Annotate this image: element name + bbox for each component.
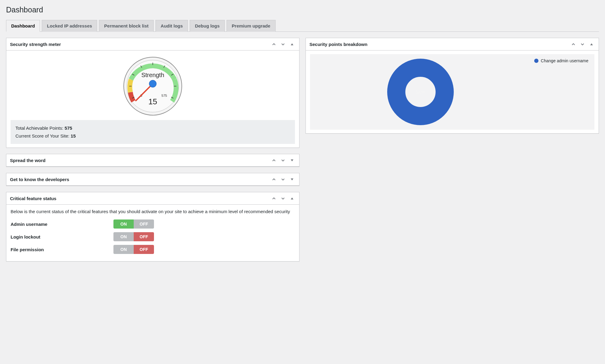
legend-swatch-icon	[534, 59, 538, 63]
panel-title: Security points breakdown	[309, 42, 368, 47]
toggle-collapse-icon[interactable]	[588, 41, 595, 48]
feature-toggle-file-permission[interactable]: ON OFF	[113, 245, 154, 254]
move-down-icon[interactable]	[279, 157, 286, 164]
feature-label: Login lockout	[11, 234, 113, 239]
move-down-icon[interactable]	[279, 176, 286, 183]
breakdown-donut-chart: 100%	[313, 57, 528, 127]
tab-audit-logs[interactable]: Audit logs	[155, 20, 188, 32]
move-down-icon[interactable]	[279, 41, 286, 48]
feature-row-login-lockout: Login lockout ON OFF	[11, 232, 295, 241]
feature-toggle-admin-username[interactable]: ON OFF	[113, 219, 154, 229]
tab-permanent-block[interactable]: Permanent block list	[99, 20, 154, 32]
feature-toggle-login-lockout[interactable]: ON OFF	[113, 232, 154, 241]
panel-title: Critical feature status	[10, 196, 56, 201]
toggle-collapse-icon[interactable]	[288, 195, 296, 202]
nav-tabs: Dashboard Locked IP addresses Permanent …	[6, 20, 599, 32]
feature-row-file-permission: File permission ON OFF	[11, 245, 295, 254]
feature-row-admin-username: Admin username ON OFF	[11, 219, 295, 229]
score-summary: Total Achievable Points: 575 Current Sco…	[11, 120, 295, 144]
move-up-icon[interactable]	[270, 195, 277, 202]
panel-strength-meter: Security strength meter	[6, 38, 299, 148]
panel-title: Security strength meter	[10, 42, 61, 47]
breakdown-legend: Change admin username	[534, 57, 588, 63]
feature-label: File permission	[11, 247, 113, 252]
feature-label: Admin username	[11, 222, 113, 227]
panel-spread-the-word: Spread the word	[6, 154, 299, 167]
toggle-collapse-icon[interactable]	[288, 157, 296, 164]
toggle-off-label: OFF	[134, 219, 154, 229]
total-achievable-value: 575	[65, 125, 72, 131]
move-up-icon[interactable]	[270, 176, 277, 183]
current-score-label: Current Score of Your Site:	[15, 133, 69, 138]
tab-locked-ips[interactable]: Locked IP addresses	[42, 20, 97, 32]
donut-center-label: 100%	[416, 90, 426, 94]
total-achievable-label: Total Achievable Points:	[15, 125, 63, 131]
toggle-on-label: ON	[113, 245, 134, 254]
critical-feature-description: Below is the current status of the criti…	[11, 208, 295, 215]
tab-debug-logs[interactable]: Debug logs	[190, 20, 225, 32]
panel-title: Get to know the developers	[10, 177, 69, 182]
tab-premium[interactable]: Premium upgrade	[227, 20, 276, 32]
move-down-icon[interactable]	[279, 195, 286, 202]
panel-developers: Get to know the developers	[6, 173, 299, 186]
toggle-collapse-icon[interactable]	[288, 176, 296, 183]
svg-point-12	[149, 80, 156, 87]
panel-points-breakdown: Security points breakdown 100%	[306, 38, 599, 134]
move-up-icon[interactable]	[270, 157, 277, 164]
toggle-on-label: ON	[113, 232, 134, 241]
gauge-value: 15	[149, 97, 157, 106]
strength-gauge: Strength 0 575 15	[11, 54, 295, 120]
move-up-icon[interactable]	[270, 41, 277, 48]
current-score-value: 15	[71, 133, 76, 138]
panel-title: Spread the word	[10, 158, 46, 163]
move-down-icon[interactable]	[579, 41, 586, 48]
toggle-off-label: OFF	[134, 232, 154, 241]
tab-dashboard[interactable]: Dashboard	[6, 20, 40, 32]
gauge-label: Strength	[141, 72, 164, 78]
move-up-icon[interactable]	[570, 41, 577, 48]
page-title: Dashboard	[6, 5, 599, 14]
panel-critical-features: Critical feature status Below is the cur…	[6, 192, 299, 262]
toggle-off-label: OFF	[134, 245, 154, 254]
legend-label: Change admin username	[541, 58, 588, 63]
gauge-max: 575	[162, 94, 167, 97]
toggle-collapse-icon[interactable]	[288, 41, 296, 48]
toggle-on-label: ON	[113, 219, 134, 229]
